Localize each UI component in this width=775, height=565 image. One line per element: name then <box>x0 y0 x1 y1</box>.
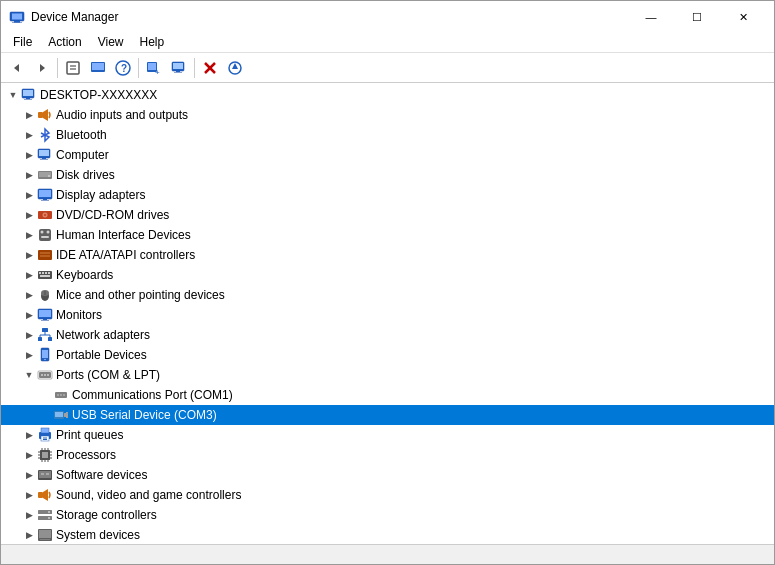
properties-button[interactable] <box>61 56 85 80</box>
svg-rect-114 <box>38 492 43 498</box>
display-icon <box>37 187 53 203</box>
tree-item-mice[interactable]: ▶ Mice and other pointing devices <box>1 285 774 305</box>
forward-button[interactable] <box>30 56 54 80</box>
hid-expander[interactable]: ▶ <box>21 227 37 243</box>
ports-label: Ports (COM & LPT) <box>56 368 160 382</box>
svg-point-76 <box>44 359 46 361</box>
tree-item-software[interactable]: ▶ Software devices <box>1 465 774 485</box>
scan-hw-button[interactable] <box>223 56 247 80</box>
tree-item-monitors[interactable]: ▶ Monitors <box>1 305 774 325</box>
svg-rect-68 <box>38 337 42 341</box>
tree-item-dvd[interactable]: ▶ DVD/CD-ROM drives <box>1 205 774 225</box>
tree-item-print[interactable]: ▶ Print queues <box>1 425 774 445</box>
mice-label: Mice and other pointing devices <box>56 288 225 302</box>
menu-file[interactable]: File <box>5 33 40 51</box>
tree-item-storage[interactable]: ▶ Storage controllers <box>1 505 774 525</box>
bluetooth-expander[interactable]: ▶ <box>21 127 37 143</box>
svg-rect-6 <box>67 62 79 74</box>
minimize-button[interactable]: — <box>628 6 674 28</box>
svg-point-81 <box>47 374 49 376</box>
svg-point-80 <box>44 374 46 376</box>
ide-expander[interactable]: ▶ <box>21 247 37 263</box>
dvd-expander[interactable]: ▶ <box>21 207 37 223</box>
help-button[interactable]: ? <box>111 56 135 80</box>
svg-rect-64 <box>39 310 51 317</box>
tree-item-display[interactable]: ▶ Display adapters <box>1 185 774 205</box>
network-expander[interactable]: ▶ <box>21 327 37 343</box>
tree-item-audio[interactable]: ▶ Audio inputs and outputs <box>1 105 774 125</box>
display-expander[interactable]: ▶ <box>21 187 37 203</box>
keyboards-icon <box>37 267 53 283</box>
tree-item-system[interactable]: ▶ System devices <box>1 525 774 544</box>
disk-icon <box>37 167 53 183</box>
svg-rect-10 <box>92 63 104 70</box>
software-icon <box>37 467 53 483</box>
svg-rect-66 <box>41 320 49 321</box>
keyboards-expander[interactable]: ▶ <box>21 267 37 283</box>
storage-label: Storage controllers <box>56 508 157 522</box>
software-expander[interactable]: ▶ <box>21 467 37 483</box>
system-expander[interactable]: ▶ <box>21 527 37 543</box>
menu-help[interactable]: Help <box>132 33 173 51</box>
portable-expander[interactable]: ▶ <box>21 347 37 363</box>
network-label: Network adapters <box>56 328 150 342</box>
disk-label: Disk drives <box>56 168 115 182</box>
root-expander[interactable]: ▼ <box>5 87 21 103</box>
com1-label: Communications Port (COM1) <box>72 388 233 402</box>
tree-item-portable[interactable]: ▶ Portable Devices <box>1 345 774 365</box>
scan-button[interactable]: + <box>142 56 166 80</box>
processors-expander[interactable]: ▶ <box>21 447 37 463</box>
tree-item-bluetooth[interactable]: ▶ Bluetooth <box>1 125 774 145</box>
menu-view[interactable]: View <box>90 33 132 51</box>
system-label: System devices <box>56 528 140 542</box>
print-expander[interactable]: ▶ <box>21 427 37 443</box>
svg-rect-19 <box>174 72 182 73</box>
tree-item-processors[interactable]: ▶ Proces <box>1 445 774 465</box>
sound-expander[interactable]: ▶ <box>21 487 37 503</box>
hid-icon <box>37 227 53 243</box>
computer-label: Computer <box>56 148 109 162</box>
com3-icon <box>53 407 69 423</box>
tree-root[interactable]: ▼ DESKTOP-XXXXXXX <box>1 85 774 105</box>
tree-item-com3[interactable]: ▶ USB Serial Device (COM3) <box>1 405 774 425</box>
svg-rect-122 <box>40 539 50 540</box>
menu-action[interactable]: Action <box>40 33 89 51</box>
disk-expander[interactable]: ▶ <box>21 167 37 183</box>
close-button[interactable]: ✕ <box>720 6 766 28</box>
mice-expander[interactable]: ▶ <box>21 287 37 303</box>
computer-expander[interactable]: ▶ <box>21 147 37 163</box>
ports-expander[interactable]: ▼ <box>21 367 37 383</box>
tree-item-com1[interactable]: ▶ Communications Port (COM1) <box>1 385 774 405</box>
tree-view[interactable]: ▼ DESKTOP-XXXXXXX ▶ Audio <box>1 83 774 544</box>
uninstall-button[interactable] <box>198 56 222 80</box>
tree-item-sound[interactable]: ▶ Sound, video and game controllers <box>1 485 774 505</box>
svg-point-84 <box>60 394 62 396</box>
back-button[interactable] <box>5 56 29 80</box>
svg-rect-56 <box>42 272 44 274</box>
svg-rect-69 <box>48 337 52 341</box>
svg-rect-57 <box>45 272 47 274</box>
software-label: Software devices <box>56 468 147 482</box>
svg-marker-4 <box>14 64 19 72</box>
svg-text:?: ? <box>121 63 127 74</box>
audio-expander[interactable]: ▶ <box>21 107 37 123</box>
tree-item-network[interactable]: ▶ Network adapters <box>1 325 774 345</box>
tree-item-disk[interactable]: ▶ Disk drives <box>1 165 774 185</box>
storage-expander[interactable]: ▶ <box>21 507 37 523</box>
processors-icon <box>37 447 53 463</box>
audio-icon <box>37 107 53 123</box>
tree-item-hid[interactable]: ▶ Human Interface Devices <box>1 225 774 245</box>
tree-item-computer[interactable]: ▶ Computer <box>1 145 774 165</box>
display-label: Display adapters <box>56 188 145 202</box>
monitors-expander[interactable]: ▶ <box>21 307 37 323</box>
display-computer-button[interactable] <box>167 56 191 80</box>
svg-rect-89 <box>66 412 68 413</box>
tree-item-keyboards[interactable]: ▶ Keyboards <box>1 265 774 285</box>
title-bar: Device Manager — ☐ ✕ <box>1 1 774 31</box>
update-driver-button[interactable] <box>86 56 110 80</box>
tree-item-ide[interactable]: ▶ IDE ATA/ATAPI controllers <box>1 245 774 265</box>
svg-rect-121 <box>39 530 51 538</box>
tree-item-ports[interactable]: ▼ Ports (COM & LPT) <box>1 365 774 385</box>
svg-rect-50 <box>41 236 49 238</box>
maximize-button[interactable]: ☐ <box>674 6 720 28</box>
